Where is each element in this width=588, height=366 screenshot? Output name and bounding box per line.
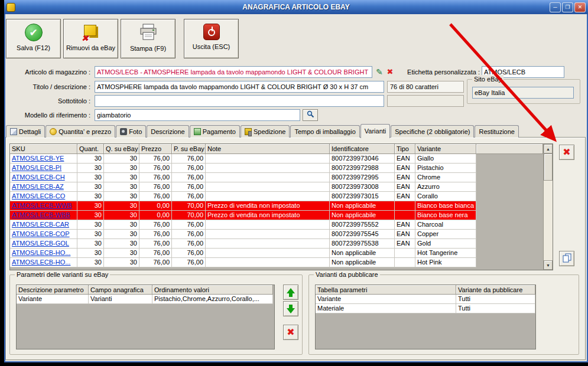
cell: Variante — [316, 295, 456, 304]
column-header[interactable]: Variante — [415, 144, 476, 154]
title-input[interactable]: ATMOSPHERE lampada da tavolo mappamondo … — [95, 81, 384, 93]
tab-pagamento[interactable]: Pagamento — [190, 125, 240, 138]
cell-tipo: EAN — [395, 192, 415, 201]
cell-variante: Chrome — [415, 173, 476, 182]
cell-variante: Gold — [415, 239, 476, 249]
column-header[interactable]: Tabella parametri — [316, 285, 456, 295]
cell-identificatore: 8007239975552 — [330, 220, 395, 230]
model-input[interactable]: giambatorio — [95, 109, 300, 121]
cell-q_ebay: 30 — [104, 258, 139, 267]
cell-identificatore: Non applicabile — [330, 258, 395, 267]
grid-row[interactable]: MaterialeTutti — [316, 304, 535, 313]
column-header[interactable]: Tipo — [395, 144, 415, 154]
edit-icon[interactable]: ✎ — [375, 67, 384, 77]
tab-dettagli[interactable]: Dettagli — [6, 125, 45, 138]
tab-restituzione[interactable]: Restituzione — [475, 125, 519, 138]
coins-icon — [50, 128, 57, 135]
scroll-up-icon[interactable]: ▲ — [544, 144, 553, 153]
variants-grid: SKUQuant.Q. su eBayPrezzoP. su eBayNoteI… — [9, 143, 553, 270]
tab-quantita-e-prezzo[interactable]: Quantita' e prezzo — [46, 125, 115, 138]
column-header[interactable]: Variante da pubblicare — [456, 285, 535, 295]
grid-row[interactable]: VarianteTutti — [316, 295, 535, 304]
ebay-site-value: eBay Italia — [472, 87, 574, 99]
sku-link[interactable]: ATMOS/LECB-CO — [12, 192, 65, 200]
variant-row[interactable]: ATMOS/LECB-GOL303076,0076,00800723997553… — [10, 239, 543, 249]
sku-link[interactable]: ATMOS/LECB-COP — [12, 230, 70, 237]
cell-note — [206, 239, 330, 249]
variant-row[interactable]: ATMOS/LECB-HO...303076,0076,00Non applic… — [10, 249, 543, 258]
model-label: Modello di riferimento : — [4, 109, 90, 121]
subtitle-input[interactable] — [95, 95, 384, 107]
variant-row[interactable]: ATMOS/LECB-CAR303076,0076,00800723997555… — [10, 220, 543, 230]
variant-row[interactable]: ATMOS/LECB-WWB30300,0070,00Prezzo di ven… — [10, 201, 543, 211]
vertical-scrollbar[interactable]: ▲ ▼ — [543, 144, 553, 270]
column-header[interactable]: Prezzo — [139, 144, 172, 154]
variant-row[interactable]: ATMOS/LECB-YE303076,0076,008007239973046… — [10, 154, 543, 164]
column-header[interactable]: Identificatore — [330, 144, 395, 154]
column-header[interactable]: Campo anagrafica — [89, 285, 152, 295]
variant-row[interactable]: ATMOS/LECB-PI303076,0076,008007239972988… — [10, 164, 543, 173]
clear-article-icon[interactable]: ✖ — [385, 67, 395, 77]
scroll-down-icon[interactable]: ▼ — [544, 260, 553, 270]
maximize-button[interactable]: ❐ — [562, 2, 573, 12]
print-button[interactable]: Stampa (F9) — [121, 19, 176, 58]
move-down-button[interactable] — [283, 301, 298, 316]
tab-descrizione[interactable]: Descrizione — [147, 125, 189, 138]
move-up-button[interactable] — [283, 285, 298, 300]
cell-sku: ATMOS/LECB-CO — [10, 192, 77, 201]
warehouse-input[interactable]: ATMOS/LECB - ATMOSPHERE lampada da tavol… — [95, 66, 372, 78]
column-header[interactable]: P. su eBay — [172, 144, 206, 154]
print-button-label: Stampa (F9) — [130, 45, 166, 52]
sku-link[interactable]: ATMOS/LECB-CH — [12, 174, 65, 181]
variant-row[interactable]: ATMOS/LECB-WBB30300,0070,00Prezzo di ven… — [10, 211, 543, 220]
subtitle-label: Sottotitolo : — [4, 95, 90, 107]
tab-tempo-di-imballaggio[interactable]: Tempo di imballaggio — [290, 125, 359, 138]
cell-quant: 30 — [77, 230, 104, 239]
cell-sku: ATMOS/LECB-CAR — [10, 220, 77, 230]
tab-spedizione[interactable]: Spedizione — [241, 125, 290, 138]
remove-from-ebay-button[interactable]: ✖ Rimuovi da eBay — [63, 19, 118, 58]
cell-prezzo: 76,00 — [139, 258, 172, 267]
column-header[interactable]: Ordinamento valori — [152, 285, 273, 295]
exit-button[interactable]: Uscita (ESC) — [184, 19, 239, 58]
cell: Pistachio,Chrome,Azzurro,Corallo,... — [152, 295, 273, 304]
column-header[interactable]: Note — [206, 144, 330, 154]
model-search-button[interactable] — [303, 109, 318, 121]
sku-link[interactable]: ATMOS/LECB-CAR — [12, 221, 69, 228]
cell-q_ebay: 30 — [104, 182, 139, 192]
tab-varianti[interactable]: Varianti — [360, 124, 390, 138]
column-header[interactable]: Descrizione parametro — [17, 285, 89, 295]
copy-button[interactable] — [559, 251, 574, 266]
scrollbar-thumb[interactable] — [544, 153, 553, 181]
cell-quant: 30 — [77, 258, 104, 267]
variant-row[interactable]: ATMOS/LECB-CH303076,0076,008007239972995… — [10, 173, 543, 182]
sku-link[interactable]: ATMOS/LECB-AZ — [12, 183, 64, 190]
sku-link[interactable]: ATMOS/LECB-YE — [12, 155, 64, 162]
column-header[interactable]: Q. su eBay — [104, 144, 139, 154]
sku-link[interactable]: ATMOS/LECB-HO... — [12, 249, 70, 256]
sku-link[interactable]: ATMOS/LECB-PI — [12, 164, 61, 171]
column-header[interactable]: SKU — [10, 144, 77, 154]
close-button[interactable]: ✕ — [574, 2, 586, 12]
cell-p_ebay: 70,00 — [172, 211, 206, 220]
column-header[interactable]: Quant. — [77, 144, 104, 154]
variant-row[interactable]: ATMOS/LECB-CO303076,0076,008007239973015… — [10, 192, 543, 201]
cell-tipo — [395, 249, 415, 258]
minimize-button[interactable]: ─ — [550, 2, 561, 12]
cell-variante: Pistachio — [415, 164, 476, 173]
tab-specifiche-2-obbligatorie-[interactable]: Specifiche (2 obbligatorie) — [391, 125, 474, 138]
save-button[interactable]: ✔ Salva (F12) — [6, 19, 61, 58]
grid-row[interactable]: VarianteVariantiPistachio,Chrome,Azzurro… — [17, 295, 274, 304]
cell-quant: 30 — [77, 201, 104, 211]
sku-link[interactable]: ATMOS/LECB-HO... — [12, 259, 70, 266]
sku-link[interactable]: ATMOS/LECB-WBB — [12, 211, 70, 218]
variant-row[interactable]: ATMOS/LECB-HO...303076,0076,00Non applic… — [10, 258, 543, 267]
variant-row[interactable]: ATMOS/LECB-AZ303076,0076,008007239973008… — [10, 182, 543, 192]
delete-param-button[interactable]: ✖ — [283, 325, 298, 340]
sku-link[interactable]: ATMOS/LECB-WWB — [12, 202, 72, 209]
tab-foto[interactable]: Foto — [116, 125, 146, 138]
sku-link[interactable]: ATMOS/LECB-GOL — [12, 240, 69, 247]
variant-row[interactable]: ATMOS/LECB-COP303076,0076,00800723997554… — [10, 230, 543, 239]
delete-variant-button[interactable]: ✖ — [559, 145, 574, 160]
variants-grid-body: ATMOS/LECB-YE303076,0076,008007239973046… — [10, 154, 543, 270]
